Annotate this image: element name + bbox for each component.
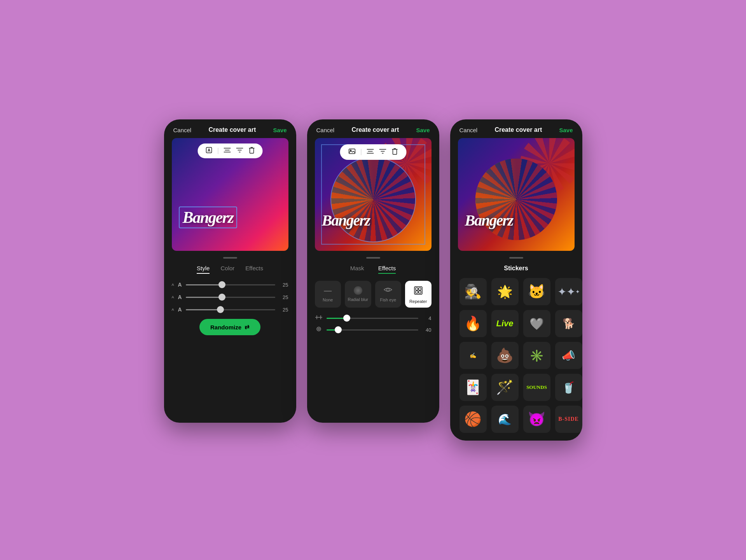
phone3-bottom-panel: Stickers 🕵️ 🌟 🐱 ✦✦✦ 🔥 Live 🩶 🐕 ✍️ 💩 ✳️ 📣	[450, 251, 582, 441]
fisheye-icon	[383, 286, 393, 295]
slider1-input[interactable]	[186, 284, 275, 285]
phone2-drag-handle[interactable]	[366, 257, 380, 259]
phone3-save-button[interactable]: Save	[559, 127, 573, 133]
slider-row-3: A A 25	[172, 306, 288, 313]
phone1-header: Cancel Create cover art Save	[164, 119, 296, 138]
effect-slider2-value: 40	[422, 327, 432, 333]
phone1-save-button[interactable]: Save	[273, 127, 287, 133]
align-icon[interactable]	[224, 147, 231, 154]
slider-row-1: A A 25	[172, 282, 288, 288]
sticker-lighter[interactable]: 🪄	[491, 374, 519, 401]
slider2-input[interactable]	[186, 297, 275, 298]
tab-effects[interactable]: Effects	[245, 265, 263, 274]
sticker-waves[interactable]: 🌊	[491, 406, 519, 433]
stickers-grid: 🕵️ 🌟 🐱 ✦✦✦ 🔥 Live 🩶 🐕 ✍️ 💩 ✳️ 📣 🃏 🪄 SOUN…	[458, 278, 575, 433]
sticker-cat[interactable]: 🐱	[523, 278, 550, 305]
slider1-label-sm: A	[172, 283, 174, 287]
effect-radialblur-button[interactable]: Radial blur	[345, 281, 371, 308]
none-label: None	[323, 298, 333, 302]
svg-rect-21	[419, 291, 421, 293]
phone2-save-button[interactable]: Save	[416, 127, 430, 133]
stickers-title: Stickers	[458, 265, 575, 272]
repeater-icon	[414, 286, 423, 297]
phone1-cancel-button[interactable]: Cancel	[173, 127, 192, 133]
sticker-bside[interactable]: B-SIDE	[555, 406, 582, 433]
sticker-angry-poop[interactable]: 💩	[491, 342, 519, 369]
phone3-bangerz-text[interactable]: Bangerz	[465, 212, 513, 229]
sticker-live[interactable]: Live	[491, 310, 519, 337]
effect-slider1-input[interactable]	[327, 318, 418, 319]
effect-slider-row-2: 40	[315, 326, 432, 333]
sticker-graffiti[interactable]: ✍️	[459, 342, 487, 369]
phone3-cover-art: Bangerz	[458, 138, 575, 251]
sticker-sounds[interactable]: SOUNDS	[523, 374, 550, 401]
effect-slider2-input[interactable]	[327, 329, 418, 331]
tab-mask[interactable]: Mask	[350, 265, 364, 274]
tab-effects[interactable]: Effects	[378, 265, 396, 274]
none-icon: —	[324, 286, 332, 295]
phone2-circle-photo[interactable]	[330, 157, 416, 242]
filter-icon[interactable]	[236, 147, 243, 154]
sticker-cross[interactable]: ✳️	[523, 342, 550, 369]
randomize-button[interactable]: Randomize ⇄	[199, 319, 260, 335]
slider2-label-sm: A	[172, 295, 174, 299]
slider2-value: 25	[279, 294, 288, 300]
slider3-label-sm: A	[172, 308, 174, 312]
svg-rect-19	[419, 288, 421, 290]
phone1-floating-toolbar: A	[197, 144, 262, 158]
fisheye-label: Fish eye	[380, 298, 396, 302]
sticker-jester[interactable]: 🃏	[459, 374, 487, 401]
sticker-sparkle[interactable]: ✦✦✦	[555, 278, 582, 305]
effect-slider1-value: 4	[422, 315, 432, 321]
sticker-chrome-heart[interactable]: 🩶	[523, 310, 550, 337]
effect-fisheye-button[interactable]: Fish eye	[375, 281, 402, 308]
phone3-header: Cancel Create cover art Save	[450, 119, 582, 138]
randomize-label: Randomize	[210, 324, 241, 331]
sticker-blue-star[interactable]: 🌟	[491, 278, 519, 305]
slider3-input[interactable]	[186, 309, 275, 310]
phone2-cancel-button[interactable]: Cancel	[316, 127, 335, 133]
phone2-bangerz-text[interactable]: Bangerz	[322, 212, 370, 229]
phone1-tabs: Style Color Effects	[172, 265, 288, 274]
slider1-label-lg: A	[178, 282, 182, 288]
phone2-filter-icon[interactable]	[379, 149, 386, 156]
phone1-drag-handle[interactable]	[223, 257, 237, 259]
phone2-delete-icon[interactable]	[391, 148, 398, 156]
phone2-floating-toolbar	[340, 144, 406, 160]
slider3-label-lg: A	[178, 306, 182, 313]
phone1-bottom-panel: Style Color Effects A A 25 A A 25 A A	[164, 251, 296, 343]
phone1: Cancel Create cover art Save A	[164, 119, 296, 423]
phone2: Cancel Create cover art Save	[307, 119, 439, 423]
phone2-title: Create cover art	[351, 126, 399, 133]
sticker-demon[interactable]: 👿	[523, 406, 550, 433]
slider2-icon	[315, 326, 323, 333]
phone2-align-icon[interactable]	[367, 149, 374, 156]
phone1-cover-art: A	[172, 138, 288, 251]
sticker-pixel-dog[interactable]: 🐕	[555, 310, 582, 337]
tab-style[interactable]: Style	[197, 265, 210, 274]
phone2-cover-bg: Bangerz	[315, 138, 432, 251]
effect-repeater-button[interactable]: Repeater	[405, 281, 432, 308]
text-icon[interactable]: A	[205, 147, 212, 155]
phone3: Cancel Create cover art Save Bangerz	[450, 119, 582, 441]
phone3-drag-handle[interactable]	[509, 257, 523, 259]
phone1-bangerz-text[interactable]: Bangerz	[183, 208, 234, 226]
svg-rect-20	[416, 291, 418, 293]
slider1-value: 25	[279, 282, 288, 288]
delete-icon[interactable]	[248, 147, 255, 155]
effect-none-button[interactable]: — None	[315, 281, 341, 308]
tab-color[interactable]: Color	[220, 265, 234, 274]
phones-container: Cancel Create cover art Save A	[164, 119, 582, 441]
svg-text:A: A	[207, 148, 210, 152]
radialblur-icon	[354, 286, 362, 295]
slider1-icon	[315, 315, 323, 322]
phone2-image-icon[interactable]	[348, 148, 355, 156]
sticker-fire[interactable]: 🔥	[459, 310, 487, 337]
sticker-megaphone[interactable]: 📣	[555, 342, 582, 369]
slider3-value: 25	[279, 307, 288, 313]
sticker-basketball[interactable]: 🏀	[459, 406, 487, 433]
phone3-cancel-button[interactable]: Cancel	[459, 127, 478, 133]
sticker-spy[interactable]: 🕵️	[459, 278, 487, 305]
sticker-monster[interactable]: 🥤	[555, 374, 582, 401]
effect-slider-row-1: 4	[315, 315, 432, 322]
